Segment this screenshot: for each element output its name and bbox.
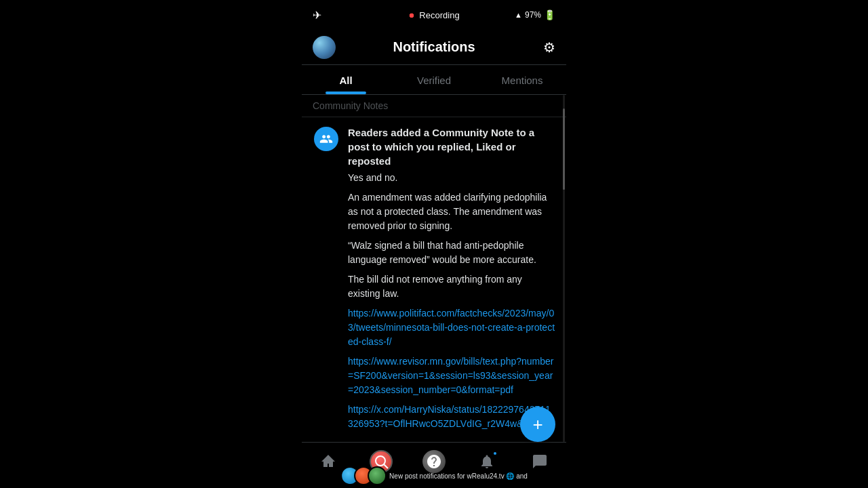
bottom-notification-label: New post notifications for wRealu24.tv 🌐… <box>389 472 528 480</box>
notification-link-1[interactable]: https://www.revisor.mn.gov/bills/text.ph… <box>348 354 555 397</box>
record-dot-icon: ⏺ <box>408 12 415 19</box>
bottom-notification-bar: New post notifications for wRealu24.tv 🌐… <box>340 466 528 485</box>
notification-para-0: Yes and no. <box>348 171 555 185</box>
people-icon <box>319 132 333 146</box>
recording-label: Recording <box>419 10 459 20</box>
avatar-stack <box>340 466 387 485</box>
notification-item: Readers added a Community Note to a post… <box>302 117 566 442</box>
notification-title: Readers added a Community Note to a post… <box>348 125 555 168</box>
community-notes-label: Community Notes <box>313 100 388 111</box>
svg-point-0 <box>376 456 385 466</box>
scroll-bar <box>563 95 565 442</box>
home-icon <box>315 448 342 475</box>
avatar-3 <box>368 466 387 485</box>
battery-icon: 🔋 <box>544 9 555 20</box>
status-bar-right: ▲ 97% 🔋 <box>515 9 555 20</box>
notifications-content: Community Notes Readers added a Communit… <box>302 95 566 442</box>
messages-icon <box>526 448 553 475</box>
tab-all[interactable]: All <box>302 65 390 94</box>
scroll-thumb <box>563 108 565 190</box>
tab-verified[interactable]: Verified <box>390 65 478 94</box>
wifi-icon: ▲ <box>515 11 522 19</box>
compose-fab[interactable]: + <box>520 407 555 442</box>
notification-dot <box>492 451 498 456</box>
notification-link-0[interactable]: https://www.politifact.com/factchecks/20… <box>348 306 555 349</box>
community-note-icon <box>314 127 338 151</box>
status-bar: ✈ ⏺ Recording ▲ 97% 🔋 <box>302 0 566 30</box>
avatar[interactable] <box>313 36 336 59</box>
bottom-nav: New post notifications for wRealu24.tv 🌐… <box>302 442 566 488</box>
tabs-bar: All Verified Mentions <box>302 65 566 95</box>
airplane-icon: ✈ <box>313 9 321 22</box>
battery-percent: 97% <box>525 10 541 20</box>
settings-icon[interactable]: ⚙ <box>543 39 555 56</box>
tab-mentions[interactable]: Mentions <box>478 65 566 94</box>
notifications-header: Notifications ⚙ <box>302 30 566 65</box>
notification-para-2: “Walz signed a bill that had anti-pedoph… <box>348 239 555 267</box>
notification-para-1: An amendment was added clarifying pedoph… <box>348 190 555 233</box>
community-notes-header-partial: Community Notes <box>302 95 566 117</box>
notification-icon-area <box>313 125 340 436</box>
recording-indicator: ⏺ Recording <box>408 10 459 20</box>
notification-body: Readers added a Community Note to a post… <box>348 125 555 436</box>
notification-para-3: The bill did not remove anything from an… <box>348 272 555 301</box>
page-title: Notifications <box>393 39 475 55</box>
phone-frame: ✈ ⏺ Recording ▲ 97% 🔋 Notifications ⚙ Al… <box>302 0 566 488</box>
